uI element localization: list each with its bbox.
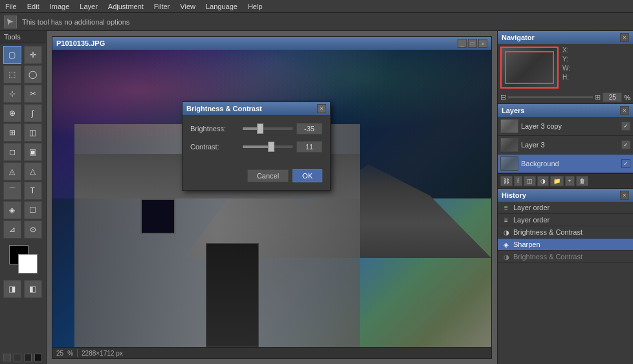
canvas-close[interactable]: × [478,39,487,48]
zoom-out-icon[interactable]: ⊟ [500,93,506,102]
tool-blur[interactable]: ◬ [3,162,21,180]
background-color[interactable] [18,254,38,273]
tool-clone[interactable]: ⊞ [3,123,21,142]
bc-dialog-body: Brightness: -35 Contrast: [183,115,330,167]
tool-zoom[interactable]: ⊙ [24,220,42,239]
zoom-slider[interactable] [508,96,593,98]
layer-item-background[interactable]: Background ✓ [498,155,633,173]
history-icon-0: ≡ [502,203,511,212]
tool-shape[interactable]: ◈ [3,201,21,219]
zoom-in-icon[interactable]: ⊞ [595,93,601,102]
navigator-panel: Navigator × X: Y: W: [498,31,633,104]
history-item-3[interactable]: ◈ Sharpen [498,239,633,251]
layer-thumb-background [500,156,518,171]
tool-gradient[interactable]: ▣ [24,143,42,161]
brightness-value[interactable]: -35 [296,123,322,134]
history-item-2[interactable]: ◑ Brightness & Contrast [498,226,633,239]
layers-link-button[interactable]: ⛓ [500,176,513,186]
layer-visibility-layer3copy[interactable]: ✓ [621,122,630,131]
menu-image[interactable]: Image [45,1,75,12]
canvas-statusbar: 25 % 2288×1712 px [52,347,491,358]
navigator-body: X: Y: W: H: [498,44,633,91]
tool-magic-wand[interactable]: ◯ [24,65,42,83]
layer-visibility-layer3[interactable]: ✓ [621,140,630,149]
history-item-1[interactable]: ≡ Layer order [498,214,633,226]
bc-dialog-titlebar: Brightness & Contrast × [183,102,330,115]
menu-file[interactable]: File [0,1,22,12]
contrast-value[interactable]: 11 [296,141,322,153]
menu-adjustment[interactable]: Adjustment [103,1,149,12]
layers-title-bar: Layers × [498,104,633,117]
menu-edit[interactable]: Edit [22,1,45,12]
layer-visibility-background[interactable]: ✓ [621,159,630,168]
dimensions-display: 2288×1712 px [82,350,123,357]
quick-mask-on[interactable]: ◧ [24,280,42,298]
tool-text[interactable]: T [24,182,42,200]
tool-lasso[interactable]: ⬚ [3,65,21,83]
canvas-maximize[interactable]: □ [468,39,477,48]
contrast-label: Contrast: [190,143,239,151]
layers-title-label: Layers [502,107,524,114]
bc-cancel-button[interactable]: Cancel [247,169,289,182]
tool-eraser[interactable]: ◻ [3,143,21,161]
canvas-image [52,50,491,347]
zoom-value-input[interactable] [603,92,622,102]
history-icon-2: ◑ [502,228,511,237]
tool-eyedropper[interactable]: ⊿ [3,220,21,239]
tool-crop[interactable]: ⊹ [3,85,21,103]
quick-mask-off[interactable]: ◨ [3,280,21,298]
screen-mode-1[interactable] [3,354,11,361]
screen-mode-3[interactable] [24,354,32,361]
tool-history-brush[interactable]: ◫ [24,123,42,142]
menu-view[interactable]: View [175,1,201,12]
tool-notes[interactable]: ☐ [24,201,42,219]
layer-name-layer3copy: Layer 3 copy [521,122,619,130]
tool-brush[interactable]: ∫ [24,104,42,122]
brightness-row: Brightness: -35 [190,123,322,134]
screen-modes [0,351,46,364]
layers-adjustment-button[interactable]: ◑ [537,176,549,186]
bc-dialog-close[interactable]: × [317,104,326,113]
x-label: X: [562,47,568,54]
contrast-row: Contrast: 11 [190,141,322,153]
navigator-title-bar: Navigator × [498,31,633,44]
tool-move[interactable]: ✛ [24,46,42,64]
tool-dodge[interactable]: △ [24,162,42,180]
layers-toolbar: ⛓ f ◫ ◑ 📁 + 🗑 [498,173,633,188]
layers-list: Layer 3 copy ✓ Layer 3 ✓ Background ✓ [498,117,633,173]
navigator-title-label: Navigator [502,34,535,41]
tools-grid: ▢ ✛ ⬚ ◯ ⊹ ✂ ⊕ ∫ ⊞ ◫ ◻ ▣ ◬ △ ⌒ T ◈ ☐ ⊿ ⊙ [0,43,46,241]
tool-slice[interactable]: ✂ [24,85,42,103]
layer-item-layer3copy[interactable]: Layer 3 copy ✓ [498,117,633,136]
contrast-slider[interactable] [268,142,274,152]
layer-item-layer3[interactable]: Layer 3 ✓ [498,136,633,155]
history-item-4[interactable]: ◑ Brightness & Contrast [498,251,633,263]
tool-pen[interactable]: ⌒ [3,182,21,200]
screen-mode-2[interactable] [14,354,21,361]
history-close[interactable]: × [620,191,629,200]
canvas-minimize[interactable]: _ [458,39,467,48]
layers-mask-button[interactable]: ◫ [524,176,536,186]
menu-filter[interactable]: Filter [149,1,175,12]
layers-close[interactable]: × [620,106,629,115]
navigator-close[interactable]: × [620,33,629,42]
canvas-window-buttons: _ □ × [458,39,487,48]
menu-language[interactable]: Language [201,1,243,12]
history-item-0[interactable]: ≡ Layer order [498,202,633,214]
layers-delete-button[interactable]: 🗑 [576,176,588,186]
bc-ok-button[interactable]: OK [293,169,322,182]
brightness-contrast-dialog: Brightness & Contrast × Brightness: -35 [182,102,331,191]
brightness-slider[interactable] [257,123,263,134]
history-label-4: Brightness & Contrast [513,253,583,261]
history-icon-4: ◑ [502,252,511,261]
screen-mode-4[interactable] [34,354,42,361]
brightness-label: Brightness: [190,125,239,133]
menu-help[interactable]: Help [243,1,268,12]
tool-healing[interactable]: ⊕ [3,104,21,122]
layers-new-button[interactable]: + [565,176,575,186]
layers-folder-button[interactable]: 📁 [550,176,564,186]
menu-layer[interactable]: Layer [74,1,103,12]
toolbar: This tool has no additional options [0,13,633,31]
layers-effects-button[interactable]: f [514,176,522,186]
tool-select[interactable]: ▢ [3,46,21,64]
